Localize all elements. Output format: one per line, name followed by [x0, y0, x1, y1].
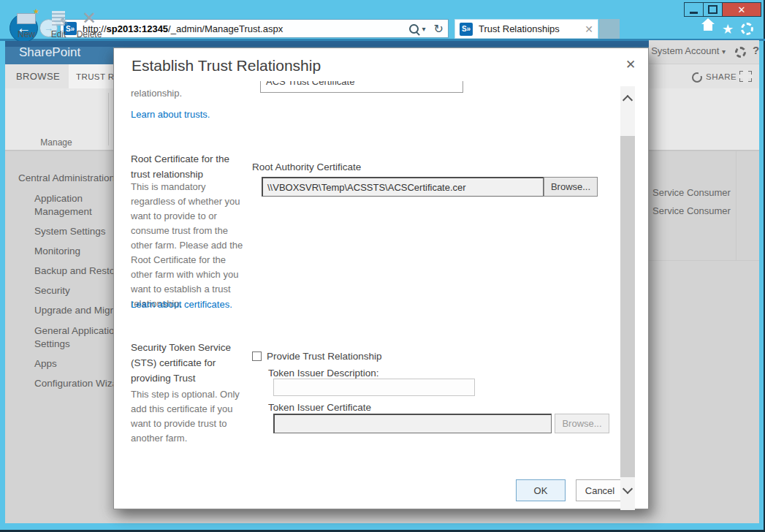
root-browse-button[interactable]: Browse... [544, 177, 598, 197]
maximize-button[interactable] [703, 2, 723, 17]
new-tab-button[interactable] [599, 19, 620, 39]
new-button-label: New [10, 29, 42, 39]
share-icon [692, 72, 702, 83]
learn-about-certificates-link[interactable]: Learn about certificates. [131, 299, 232, 310]
list-column-divider [736, 151, 737, 260]
address-bar-icons: ▾ ↻ [409, 22, 444, 36]
new-button[interactable]: New [10, 7, 42, 39]
learn-about-trusts-link[interactable]: Learn about trusts. [131, 109, 210, 120]
ok-button-label: OK [534, 485, 548, 496]
browser-window: ✕ ← → S» http://sp2013:12345/_admin/Mana… [0, 0, 765, 532]
search-dropdown-caret-icon[interactable]: ▾ [422, 25, 426, 33]
minimize-button[interactable] [684, 2, 704, 17]
close-window-button[interactable]: ✕ [722, 2, 761, 17]
account-menu[interactable]: System Account ▾ [651, 45, 726, 56]
delete-x-icon: ✕ [82, 10, 96, 26]
dialog-close-button[interactable]: ✕ [625, 57, 636, 72]
token-issuer-description-input[interactable] [273, 379, 475, 396]
sts-section-heading: Security Token Service (STS) certificate… [131, 340, 248, 386]
url-path: /_admin/ManageTrust.aspx [168, 23, 283, 34]
sidebar-item-system-settings[interactable]: System Settings [34, 226, 106, 237]
trust-certificate-name-input[interactable]: ACS Trust Certificate [260, 81, 463, 93]
edit-pencil-icon [52, 11, 65, 26]
account-label: System Account [651, 45, 719, 56]
ribbon-group-separator [108, 93, 109, 145]
sts-browse-label: Browse... [562, 418, 601, 429]
refresh-icon[interactable]: ↻ [434, 22, 444, 36]
establish-trust-dialog: Establish Trust Relationship ✕ ACS Trust… [113, 48, 649, 509]
close-icon: ✕ [738, 5, 746, 15]
site-settings-gear-icon[interactable] [735, 47, 746, 58]
root-certificate-path: \\VBOXSVR\Temp\ACSSTS\ACSCertificate.cer [267, 182, 466, 193]
tab-close-icon[interactable]: ✕ [585, 23, 593, 35]
cancel-button[interactable]: Cancel [576, 479, 624, 501]
root-certificate-file-input[interactable]: \\VBOXSVR\Temp\ACSSTS\ACSCertificate.cer [262, 177, 544, 197]
delete-button-label: Delete [73, 29, 105, 39]
sidebar-item-central-administration[interactable]: Central Administration [18, 172, 115, 183]
tab-browse[interactable]: BROWSE [7, 64, 69, 88]
sts-browse-button[interactable]: Browse... [555, 414, 609, 433]
root-authority-certificate-label: Root Authority Certificate [252, 162, 361, 172]
help-icon[interactable]: ? [753, 44, 759, 56]
close-icon: ✕ [625, 58, 636, 72]
search-icon[interactable] [409, 24, 419, 34]
list-item-service-consumer[interactable]: Service Consumer [652, 187, 731, 198]
ok-button[interactable]: OK [516, 479, 566, 501]
sidebar-item-general-application-settings[interactable]: General Application Settings [34, 324, 123, 351]
sts-section-description: This step is optional. Only add this cer… [131, 387, 254, 446]
url-text[interactable]: http://sp2013:12345/_admin/ManageTrust.a… [83, 23, 409, 34]
token-issuer-certificate-input[interactable] [273, 414, 552, 433]
sidebar-item-monitoring[interactable]: Monitoring [34, 246, 80, 256]
token-issuer-certificate-label: Token Issuer Certificate [268, 402, 371, 413]
token-issuer-description-label: Token Issuer Description: [268, 368, 379, 379]
scrollbar-thumb[interactable] [620, 136, 635, 477]
intro-text-fragment: relationship. [131, 86, 182, 101]
minimize-icon [690, 12, 698, 14]
browser-settings-gear-icon[interactable] [741, 23, 753, 35]
trust-certificate-name-value: ACS Trust Certificate [266, 81, 354, 87]
root-section-heading: Root Certificate for the trust relations… [131, 151, 242, 182]
root-browse-label: Browse... [551, 181, 590, 192]
sidebar-item-backup-restore[interactable]: Backup and Restore [34, 265, 123, 276]
list-item-service-consumer[interactable]: Service Consumer [652, 205, 731, 216]
home-icon[interactable] [704, 24, 712, 31]
new-item-icon [17, 13, 36, 24]
delete-button[interactable]: ✕ Delete [73, 7, 105, 39]
share-button[interactable]: SHARE [706, 72, 737, 81]
url-host: sp2013:12345 [107, 23, 169, 34]
edit-button[interactable]: Edit [42, 7, 75, 39]
favorites-star-icon[interactable]: ★ [722, 21, 734, 37]
sidebar-item-application-management[interactable]: Application Management [34, 192, 116, 218]
browser-tab[interactable]: S» Trust Relationships ✕ [454, 19, 598, 39]
ribbon-group-label: Manage [5, 137, 107, 148]
maximize-icon [708, 5, 718, 14]
root-section-description: This is mandatory regardless of whether … [131, 180, 249, 311]
window-border-left [0, 0, 5, 532]
sidebar-item-apps[interactable]: Apps [34, 358, 57, 369]
suite-brand: SharePoint [19, 45, 80, 60]
address-bar[interactable]: S» http://sp2013:12345/_admin/ManageTrus… [60, 19, 449, 38]
cancel-button-label: Cancel [585, 485, 614, 496]
tab-title: Trust Relationships [479, 23, 585, 34]
provide-trust-checkbox-label: Provide Trust Relationship [267, 351, 382, 362]
chevron-down-icon: ▾ [722, 48, 726, 56]
focus-mode-icon[interactable] [739, 71, 752, 82]
edit-button-label: Edit [42, 29, 75, 39]
tab-favicon: S» [460, 23, 473, 36]
sidebar-item-security[interactable]: Security [34, 285, 70, 296]
dialog-title: Establish Trust Relationship [132, 57, 321, 75]
provide-trust-checkbox[interactable] [252, 352, 262, 361]
